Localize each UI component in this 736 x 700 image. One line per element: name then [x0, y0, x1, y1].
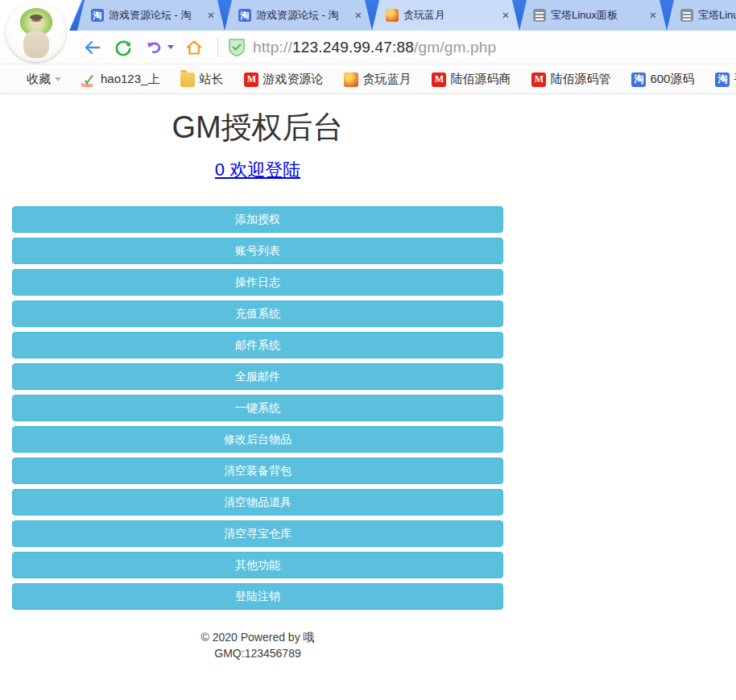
url-path: /gm/gm.php [414, 39, 496, 56]
folder-icon [180, 72, 195, 87]
security-shield-icon[interactable] [228, 38, 246, 57]
gmq-text: GMQ:123456789 [12, 645, 503, 661]
flame-icon [386, 9, 399, 22]
page-footer: © 2020 Powered by 哦 GMQ:123456789 [12, 629, 503, 661]
clear-item-props-button[interactable]: 清空物品道具 [12, 489, 503, 516]
gm-menu: 添加授权 账号列表 操作日志 充值系统 邮件系统 全服邮件 一键系统 修改后台物… [12, 206, 503, 610]
bookmark-label: 600源码 [650, 72, 694, 87]
tab-game-forum-1[interactable]: 淘 游戏资源论坛 - 淘 × [77, 0, 225, 31]
edit-backend-items-button[interactable]: 修改后台物品 [12, 426, 503, 453]
bookmark-label: 站长 [199, 72, 223, 87]
refresh-icon[interactable] [111, 35, 135, 60]
tab-title: 贪玩蓝月 [403, 8, 500, 23]
one-key-system-button[interactable]: 一键系统 [12, 395, 503, 421]
browser-logo [6, 2, 66, 62]
doc-icon [533, 9, 546, 22]
bookmark-lubai-shop[interactable]: M 陆佰源码商 [432, 72, 511, 87]
mail-system-button[interactable]: 邮件系统 [12, 332, 503, 358]
home-icon[interactable] [182, 35, 206, 60]
bookmark-label: 贪玩蓝月 [362, 72, 411, 87]
browser-toolbar: http://123.249.99.47:88/gm/gm.php [0, 31, 736, 64]
recharge-system-button[interactable]: 充值系统 [12, 300, 503, 327]
bookmark-zhanzhang-folder[interactable]: 站长 [180, 72, 223, 87]
m-icon: M [244, 72, 258, 87]
bookmarks-bar: ★ 收藏 ✓hao hao123_上 站长 M 游戏资源论 贪玩蓝月 M 陆佰源… [0, 65, 736, 94]
bookmark-lubai-admin[interactable]: M 陆佰源码管 [531, 72, 610, 87]
add-auth-button[interactable]: 添加授权 [12, 206, 503, 233]
bookmark-label: 陆佰源码商 [450, 72, 511, 87]
bookmark-tanwan-lanyue[interactable]: 贪玩蓝月 [344, 72, 411, 87]
close-icon[interactable]: × [647, 10, 659, 21]
taobao-icon: 淘 [715, 72, 730, 87]
bookmark-label: hao123_上 [101, 72, 159, 87]
bookmark-shouyou[interactable]: 淘 手游站 [715, 72, 736, 87]
toolbar-divider [217, 38, 218, 57]
dropdown-caret-icon[interactable] [55, 77, 61, 81]
page-title: GM授权后台 [12, 110, 503, 145]
page-content: GM授权后台 0 欢迎登陆 添加授权 账号列表 操作日志 充值系统 邮件系统 全… [0, 95, 736, 700]
back-icon[interactable] [81, 35, 105, 60]
url-host: 123.249.99.47:88 [292, 39, 414, 56]
close-icon[interactable]: × [353, 10, 364, 21]
close-icon[interactable]: × [205, 10, 217, 21]
bookmark-label: 陆佰源码管 [550, 72, 610, 87]
operation-log-button[interactable]: 操作日志 [12, 269, 503, 296]
taobao-icon: 淘 [91, 9, 104, 22]
bookmark-label: 游戏资源论 [263, 72, 323, 87]
taobao-icon: 淘 [238, 9, 251, 22]
tab-title: 游戏资源论坛 - 淘 [109, 8, 205, 23]
m-icon: M [531, 72, 546, 87]
hao123-icon: ✓hao [82, 72, 97, 87]
account-list-button[interactable]: 账号列表 [12, 238, 503, 264]
flame-icon [344, 72, 358, 87]
tab-title: 宝塔Linux面板 [551, 8, 647, 23]
server-mail-button[interactable]: 全服邮件 [12, 363, 503, 390]
tab-tanwan-lanyue[interactable]: 贪玩蓝月 × [372, 0, 519, 31]
logo-body [23, 31, 49, 58]
bookmark-label: 收藏 [27, 72, 51, 87]
tab-bt-panel-1[interactable]: 宝塔Linux面板 × [519, 0, 667, 31]
other-functions-button[interactable]: 其他功能 [12, 552, 503, 578]
address-bar[interactable]: http://123.249.99.47:88/gm/gm.php [253, 39, 496, 56]
welcome-login-link[interactable]: 0 欢迎登陆 [12, 158, 503, 182]
clear-treasure-warehouse-button[interactable]: 清空寻宝仓库 [12, 520, 503, 547]
tab-bt-panel-2[interactable]: 宝塔Linux面板 × [667, 0, 736, 31]
logo-face [30, 14, 43, 20]
bookmark-hao123[interactable]: ✓hao hao123_上 [82, 72, 159, 87]
clear-equip-bag-button[interactable]: 清空装备背包 [12, 458, 503, 484]
tab-title: 宝塔Linux面板 [698, 8, 736, 23]
bookmark-game-forum[interactable]: M 游戏资源论 [244, 72, 323, 87]
url-scheme: http:// [253, 39, 292, 56]
close-icon[interactable]: × [500, 10, 511, 21]
undo-dropdown-caret-icon[interactable] [167, 45, 174, 49]
bookmark-favorites[interactable]: ★ 收藏 [8, 72, 61, 87]
logout-button[interactable]: 登陆注销 [12, 583, 503, 610]
tab-bar: 淘 游戏资源论坛 - 淘 × 淘 游戏资源论坛 - 淘 × 贪玩蓝月 × 宝塔L… [69, 0, 736, 31]
tab-title: 游戏资源论坛 - 淘 [256, 8, 353, 23]
doc-icon [680, 9, 693, 22]
tab-game-forum-2[interactable]: 淘 游戏资源论坛 - 淘 × [225, 0, 372, 31]
bookmark-600-source[interactable]: 淘 600源码 [631, 72, 694, 87]
taobao-icon: 淘 [631, 72, 646, 87]
copyright-text: © 2020 Powered by 哦 [12, 629, 503, 645]
star-icon: ★ [8, 72, 23, 87]
m-icon: M [432, 72, 446, 87]
undo-icon[interactable] [142, 35, 166, 60]
